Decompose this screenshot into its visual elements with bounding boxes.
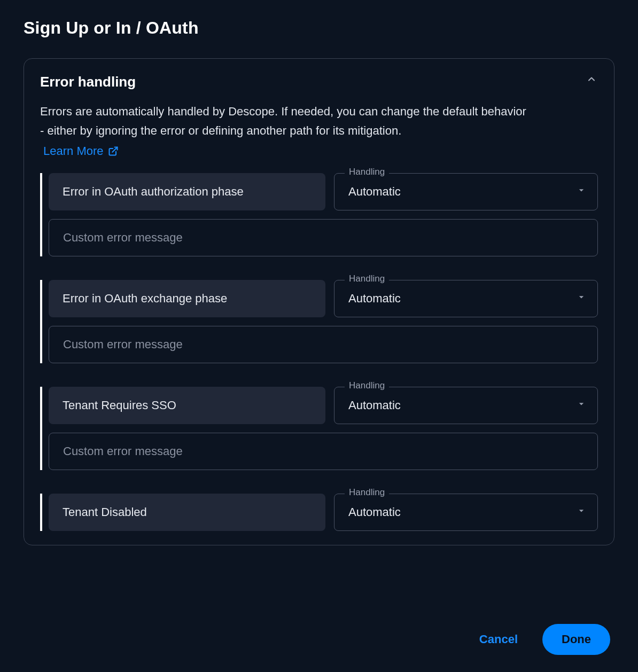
handling-legend: Handling xyxy=(345,487,389,498)
error-group: Error in OAuth exchange phaseHandlingAut… xyxy=(40,280,598,363)
error-label: Error in OAuth authorization phase xyxy=(49,173,325,210)
external-link-icon xyxy=(108,146,119,157)
handling-legend: Handling xyxy=(345,167,389,177)
footer: Cancel Done xyxy=(0,607,638,672)
svg-line-0 xyxy=(112,147,117,152)
error-label: Error in OAuth exchange phase xyxy=(49,280,325,317)
error-label: Tenant Disabled xyxy=(49,494,325,531)
handling-select-wrap: HandlingAutomatic xyxy=(334,494,598,531)
caret-down-icon xyxy=(576,505,587,519)
custom-error-input[interactable] xyxy=(49,219,598,256)
handling-legend: Handling xyxy=(345,380,389,391)
caret-down-icon xyxy=(576,185,587,199)
handling-select-wrap: HandlingAutomatic xyxy=(334,173,598,210)
learn-more-label: Learn More xyxy=(43,144,104,158)
handling-legend: Handling xyxy=(345,274,389,284)
error-group: Error in OAuth authorization phaseHandli… xyxy=(40,173,598,256)
handling-select[interactable]: Automatic xyxy=(334,387,598,424)
error-handling-panel: Error handling Errors are automatically … xyxy=(24,58,614,545)
collapse-toggle[interactable] xyxy=(584,73,599,88)
caret-down-icon xyxy=(576,292,587,306)
learn-more-link[interactable]: Learn More xyxy=(40,144,119,158)
handling-select-wrap: HandlingAutomatic xyxy=(334,387,598,424)
panel-title: Error handling xyxy=(40,74,598,90)
custom-error-input[interactable] xyxy=(49,326,598,363)
page-title: Sign Up or In / OAuth xyxy=(24,18,614,38)
custom-error-input[interactable] xyxy=(49,433,598,470)
caret-down-icon xyxy=(576,398,587,412)
handling-select[interactable]: Automatic xyxy=(334,280,598,317)
handling-value: Automatic xyxy=(348,505,401,519)
handling-value: Automatic xyxy=(348,292,401,306)
error-label: Tenant Requires SSO xyxy=(49,387,325,424)
error-group: Tenant Requires SSOHandlingAutomatic xyxy=(40,387,598,470)
handling-select[interactable]: Automatic xyxy=(334,494,598,531)
chevron-up-icon xyxy=(586,74,597,87)
cancel-button[interactable]: Cancel xyxy=(474,626,523,653)
done-button[interactable]: Done xyxy=(542,624,610,655)
handling-value: Automatic xyxy=(348,398,401,412)
panel-description: Errors are automatically handled by Desc… xyxy=(40,102,526,141)
handling-select-wrap: HandlingAutomatic xyxy=(334,280,598,317)
handling-value: Automatic xyxy=(348,185,401,199)
error-group: Tenant DisabledHandlingAutomatic xyxy=(40,494,598,531)
error-list: Error in OAuth authorization phaseHandli… xyxy=(40,173,598,531)
handling-select[interactable]: Automatic xyxy=(334,173,598,210)
